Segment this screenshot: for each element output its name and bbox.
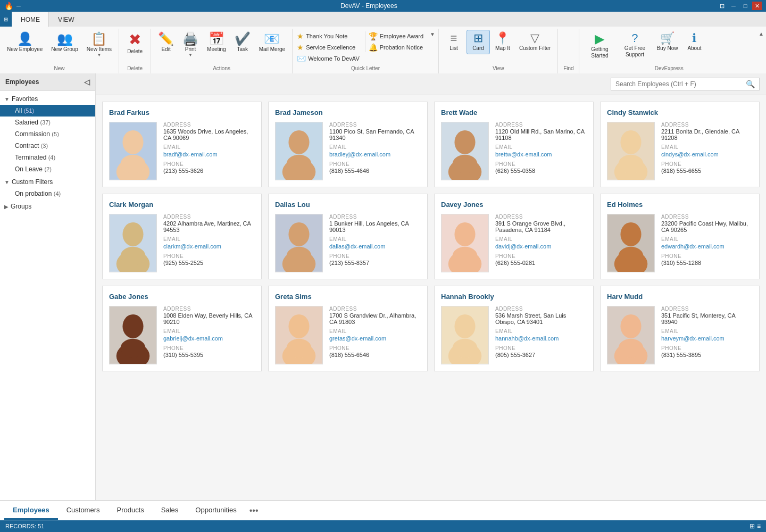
sidebar-item-contract[interactable]: Contract (3): [0, 140, 95, 152]
email-value[interactable]: hannahb@dx-email.com: [495, 335, 559, 342]
sidebar-item-salaried[interactable]: Salaried (37): [0, 117, 95, 128]
address-label: ADDRESS: [661, 306, 753, 312]
mail-merge-button[interactable]: 📧 Mail Merge: [255, 30, 289, 55]
employee-card[interactable]: Cindy Stanwick ADDRESS 2211 Bonita Dr., …: [600, 102, 760, 187]
search-input[interactable]: [615, 80, 743, 88]
minimize-button[interactable]: ─: [729, 2, 738, 10]
email-value[interactable]: harveym@dx-email.com: [661, 335, 725, 342]
new-group-button[interactable]: 👥 New Group: [47, 30, 82, 55]
email-value[interactable]: bradleyj@dx-email.com: [329, 151, 390, 157]
email-value[interactable]: brettw@dx-email.com: [495, 151, 552, 157]
custom-filter-button[interactable]: ▽ Custom Filter: [515, 30, 554, 54]
edit-button[interactable]: ✏️ Edit: [154, 30, 178, 55]
email-value[interactable]: dallas@dx-email.com: [329, 243, 385, 250]
tab-sales[interactable]: Sales: [153, 502, 187, 520]
map-it-button[interactable]: 📍 Map It: [491, 30, 514, 54]
sidebar-item-on-leave[interactable]: On Leave (2): [0, 163, 95, 175]
ribbon-group-quick-letter-label: Quick Letter: [296, 64, 435, 73]
employee-card[interactable]: Brad Farkus ADDRESS 1635 Woods Drive, Lo…: [102, 102, 262, 187]
email-value[interactable]: edwardh@dx-email.com: [661, 243, 725, 250]
card-body: ADDRESS 1635 Woods Drive, Los Angeles, C…: [109, 122, 255, 180]
email-label: EMAIL: [329, 328, 421, 334]
window-resize-icon[interactable]: ⊡: [717, 2, 727, 10]
phone-label: PHONE: [329, 345, 421, 351]
more-tabs-button[interactable]: •••: [245, 502, 263, 520]
meeting-button[interactable]: 📅 Meeting: [203, 30, 230, 55]
print-button[interactable]: 🖨️ Print ▼: [179, 30, 202, 60]
sidebar-item-all[interactable]: All (51): [0, 105, 95, 117]
quick-letter-more-button[interactable]: ▼: [430, 31, 435, 37]
buy-now-button[interactable]: 🛒 Buy Now: [653, 30, 681, 54]
status-icon-grid[interactable]: ⊞: [750, 522, 755, 530]
employee-card[interactable]: Brad Jameson ADDRESS 1100 Pico St, San F…: [268, 102, 428, 187]
tab-opportunities[interactable]: Opportunities: [187, 502, 245, 520]
new-items-button[interactable]: 📋 New Items ▼: [83, 30, 115, 60]
card-photo: [275, 306, 323, 364]
window-controls[interactable]: ⊡ ─ □ ✕: [717, 2, 762, 10]
card-view-button[interactable]: ⊞ Card: [467, 30, 490, 54]
phone-label: PHONE: [163, 161, 255, 167]
getting-started-button[interactable]: ▶ Getting Started: [582, 30, 617, 62]
address-value: 1008 Elden Way, Beverly Hills, CA 90210: [163, 312, 255, 325]
phone-value: (626) 555-0358: [495, 168, 587, 174]
get-free-support-button[interactable]: ? Get Free Support: [618, 30, 652, 61]
employee-card[interactable]: Greta Sims ADDRESS 1700 S Grandview Dr.,…: [268, 286, 428, 371]
tab-employees[interactable]: Employees: [4, 502, 58, 520]
card-name: Davey Jones: [441, 201, 587, 209]
probation-notice-button[interactable]: 🔔 Probation Notice: [368, 43, 424, 52]
ribbon-collapse-button[interactable]: ▲: [759, 29, 766, 73]
employee-card[interactable]: Clark Morgan ADDRESS 4202 Alhambra Ave, …: [102, 194, 262, 279]
sidebar-collapse-button[interactable]: ◁: [84, 78, 90, 86]
email-label: EMAIL: [495, 144, 587, 150]
employee-card[interactable]: Dallas Lou ADDRESS 1 Bunker Hill, Los An…: [268, 194, 428, 279]
email-value[interactable]: cindys@dx-email.com: [661, 151, 719, 157]
card-photo: [275, 214, 323, 272]
tab-products[interactable]: Products: [109, 502, 153, 520]
app-menu-button[interactable]: ⊞: [0, 12, 12, 27]
tab-view[interactable]: VIEW: [49, 12, 84, 27]
sidebar-item-commission[interactable]: Commission (5): [0, 128, 95, 140]
employee-card[interactable]: Harv Mudd ADDRESS 351 Pacific St, Monter…: [600, 286, 760, 371]
about-button[interactable]: ℹ About: [682, 30, 706, 54]
email-label: EMAIL: [661, 328, 753, 334]
ribbon-group-delete-label: Delete: [122, 64, 147, 73]
card-photo: [607, 306, 655, 364]
list-view-button[interactable]: ≡ List: [442, 30, 465, 54]
email-value[interactable]: davidj@dx-email.com: [495, 243, 551, 250]
email-value[interactable]: gabrielj@dx-email.com: [163, 335, 223, 342]
sidebar-item-on-probation[interactable]: On probation (4): [0, 188, 95, 200]
tab-home[interactable]: HOME: [12, 12, 49, 27]
task-button[interactable]: ✔️ Task: [231, 30, 254, 55]
sidebar-item-terminated[interactable]: Terminated (4): [0, 152, 95, 163]
employee-card[interactable]: Davey Jones ADDRESS 391 S Orange Grove B…: [434, 194, 594, 279]
sidebar-favorites-header[interactable]: ▼ Favorites: [0, 93, 95, 105]
card-body: ADDRESS 536 Marsh Street, San Luis Obisp…: [441, 306, 587, 364]
ribbon-group-view-label: View: [442, 64, 554, 73]
sidebar-groups-header[interactable]: ▶ Groups: [0, 201, 95, 212]
employee-card[interactable]: Gabe Jones ADDRESS 1008 Elden Way, Bever…: [102, 286, 262, 371]
phone-label: PHONE: [661, 253, 753, 259]
email-value[interactable]: gretas@dx-email.com: [329, 335, 386, 342]
service-excellence-button[interactable]: ★ Service Excellence: [296, 43, 361, 52]
new-employee-button[interactable]: 👤 New Employee: [3, 30, 46, 55]
welcome-button[interactable]: ✉️ Welcome To DevAV: [296, 54, 361, 63]
delete-button[interactable]: ✖ Delete: [123, 30, 147, 57]
close-button[interactable]: ✕: [752, 2, 762, 10]
employee-card[interactable]: Ed Holmes ADDRESS 23200 Pacific Coast Hw…: [600, 194, 760, 279]
svg-point-21: [288, 222, 309, 246]
email-value[interactable]: bradf@dx-email.com: [163, 151, 218, 157]
maximize-button[interactable]: □: [740, 2, 750, 10]
email-value[interactable]: clarkm@dx-email.com: [163, 243, 221, 250]
thank-you-button[interactable]: ★ Thank You Note: [296, 31, 361, 41]
employee-card[interactable]: Hannah Brookly ADDRESS 536 Marsh Street,…: [434, 286, 594, 371]
employee-award-button[interactable]: 🏆 Employee Award: [368, 31, 424, 41]
svg-point-1: [122, 130, 143, 154]
address-label: ADDRESS: [329, 122, 421, 128]
search-box: 🔍: [611, 78, 760, 90]
card-photo: [441, 214, 489, 272]
address-value: 351 Pacific St, Monterey, CA 93940: [661, 312, 753, 325]
status-icon-list[interactable]: ≡: [757, 522, 761, 530]
sidebar-custom-filters-header[interactable]: ▼ Custom Filters: [0, 176, 95, 188]
tab-customers[interactable]: Customers: [58, 502, 109, 520]
employee-card[interactable]: Brett Wade ADDRESS 1120 Old Mill Rd., Sa…: [434, 102, 594, 187]
